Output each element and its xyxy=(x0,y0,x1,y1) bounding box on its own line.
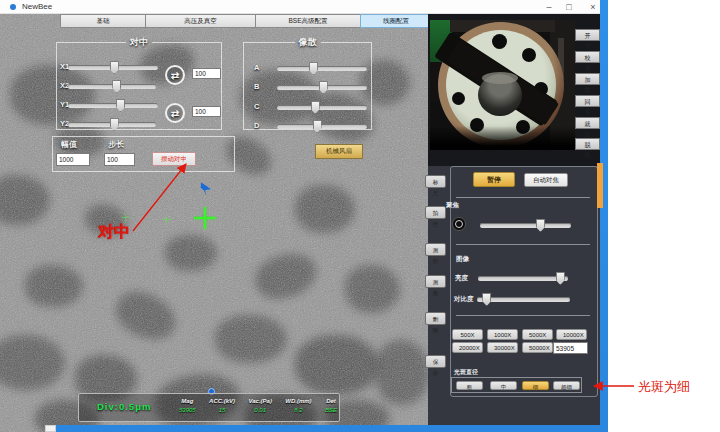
measure-distance-tool-button[interactable]: 测距 xyxy=(425,243,446,256)
stig-a-slider[interactable] xyxy=(277,62,367,76)
tab-coil-config[interactable]: 线圈配置 xyxy=(360,14,432,28)
beam-crosshair-v xyxy=(204,207,206,229)
status-col-det: DetBSE xyxy=(325,398,337,413)
stig-a-label: A xyxy=(254,63,259,72)
calibrate-button[interactable]: 校准 xyxy=(575,51,600,63)
focus-indicator-icon xyxy=(452,217,466,231)
offline-button[interactable]: 脱机 xyxy=(575,138,600,150)
home-zero-button[interactable]: 回零 xyxy=(575,95,600,107)
mag-20000x-button[interactable]: 20000X xyxy=(452,342,483,353)
tab-hv-vacuum[interactable]: 高压及真空 xyxy=(145,14,255,28)
status-col-acc: ACC.(kV)15 xyxy=(209,398,235,413)
mag-10000x-button[interactable]: 10000X xyxy=(556,329,587,340)
step-label: 步长 xyxy=(108,139,124,150)
stigmator-panel: 像散 A B C D xyxy=(243,36,372,130)
spot-coarse-button[interactable]: 粗 xyxy=(456,381,483,390)
minimize-button[interactable]: – xyxy=(538,0,560,14)
stig-d-slider[interactable] xyxy=(277,120,367,134)
amplitude-label: 幅值 xyxy=(61,139,77,150)
div-scale-text: Div:0.5μm xyxy=(97,401,151,412)
tab-bar: 基础 高压及真空 BSE高级配置 线圈配置 xyxy=(60,14,432,28)
status-bar: Div:0.5μm Mag53905 ACC.(kV)15 Vac.(Pa)0.… xyxy=(78,393,340,422)
measure-angle-tool-button[interactable]: 测角 xyxy=(425,275,446,288)
titlebar[interactable]: NewBee – □ × xyxy=(0,0,607,14)
divider-1 xyxy=(456,197,590,198)
spot-size-group: 粗 中 细 超细 xyxy=(451,377,582,393)
focus-label: 聚焦 xyxy=(446,201,459,210)
spot-medium-button[interactable]: 中 xyxy=(490,381,517,390)
step-input[interactable] xyxy=(104,153,135,166)
mag-30000x-button[interactable]: 30000X xyxy=(487,342,518,353)
save-tool-button[interactable]: 保存 xyxy=(425,355,446,368)
y1-slider[interactable] xyxy=(68,99,158,113)
stig-c-label: C xyxy=(254,102,259,111)
marker-cross-small-2v xyxy=(166,215,167,225)
image-section-label: 图像 xyxy=(456,255,469,264)
spot-size-label: 光斑直径 xyxy=(454,368,478,377)
annotation-centering-text: 对中 xyxy=(98,222,130,243)
centering-panel-title: 对中 xyxy=(126,36,152,49)
in-position-button[interactable]: 就位 xyxy=(575,117,600,129)
wobble-centering-button[interactable]: 摆动对中 xyxy=(152,152,196,166)
stig-c-slider[interactable] xyxy=(277,101,367,115)
mag-5000x-button[interactable]: 5000X xyxy=(522,329,553,340)
taskbar-icon[interactable] xyxy=(45,425,56,432)
focus-slider[interactable] xyxy=(480,219,571,233)
status-col-vac: Vac.(Pa)0.01 xyxy=(248,398,271,413)
amplitude-input[interactable] xyxy=(56,153,90,166)
app-icon xyxy=(10,4,16,10)
edge-highlight xyxy=(597,163,603,208)
divider-3 xyxy=(456,315,590,316)
y-range-input[interactable] xyxy=(192,106,221,117)
mag-500x-button[interactable]: 500X xyxy=(452,329,483,340)
marker-cross-small-1 xyxy=(121,217,131,218)
chamber-camera-view xyxy=(430,20,575,150)
load-button[interactable]: 加载 xyxy=(575,73,600,85)
spot-fine-button[interactable]: 细 xyxy=(522,381,549,390)
desktop-edge-strip xyxy=(600,0,608,432)
open-navigation-button[interactable]: 开导航 xyxy=(575,29,600,41)
divider-2 xyxy=(456,244,590,245)
mag-1000x-button[interactable]: 1000X xyxy=(487,329,518,340)
stig-d-label: D xyxy=(254,121,259,130)
tab-bse-advanced[interactable]: BSE高级配置 xyxy=(255,14,360,28)
annotation-spot-text: 光斑为细 xyxy=(638,378,690,396)
mag-50000x-button[interactable]: 50000X xyxy=(522,342,553,353)
brightness-label: 亮度 xyxy=(455,274,468,283)
marker-cross-small-2 xyxy=(162,219,172,220)
ruler-tool-button[interactable]: 标尺 xyxy=(425,175,446,188)
y2-slider[interactable] xyxy=(68,118,156,132)
mechanical-fan-button[interactable]: 机械风扇 xyxy=(315,144,363,159)
tab-basic[interactable]: 基础 xyxy=(60,14,145,28)
contrast-slider[interactable] xyxy=(477,293,570,307)
taskbar-strip xyxy=(56,425,602,432)
brightness-slider[interactable] xyxy=(478,272,568,286)
x2-slider[interactable] xyxy=(68,80,156,94)
pause-button[interactable]: 暂停 xyxy=(473,172,515,187)
stigmator-panel-title: 像散 xyxy=(295,36,321,49)
snapshot-tool-button[interactable]: 拍照 xyxy=(425,206,446,219)
window-title: NewBee xyxy=(22,2,52,11)
delete-tool-button[interactable]: 删除 xyxy=(425,312,446,325)
stig-b-label: B xyxy=(254,82,259,91)
status-col-wd: WD.(mm)8.2 xyxy=(285,398,311,413)
stig-b-slider[interactable] xyxy=(277,81,367,95)
swap-y-icon[interactable]: ⇄ xyxy=(165,103,185,123)
status-col-mag: Mag53905 xyxy=(179,398,196,413)
maximize-button[interactable]: □ xyxy=(558,0,580,14)
spot-ultrafine-button[interactable]: 超细 xyxy=(553,381,580,390)
amplitude-step-panel: 幅值 步长 摆动对中 xyxy=(52,136,235,172)
newbee-app-window: NewBee – □ × 基础 高压及真空 BSE高级配置 线圈配置 对中 X1… xyxy=(0,0,720,432)
contrast-label: 对比度 xyxy=(454,295,474,304)
swap-x-icon[interactable]: ⇄ xyxy=(165,65,185,85)
x1-slider[interactable] xyxy=(68,61,158,75)
magnification-input[interactable] xyxy=(553,342,588,354)
x-range-input[interactable] xyxy=(192,68,221,79)
status-columns: Mag53905 ACC.(kV)15 Vac.(Pa)0.01 WD.(mm)… xyxy=(179,398,337,413)
centering-panel: 对中 X1 X2 Y1 Y2 ⇄ ⇄ xyxy=(56,36,222,130)
autofocus-button[interactable]: 自动对焦 xyxy=(524,173,568,187)
